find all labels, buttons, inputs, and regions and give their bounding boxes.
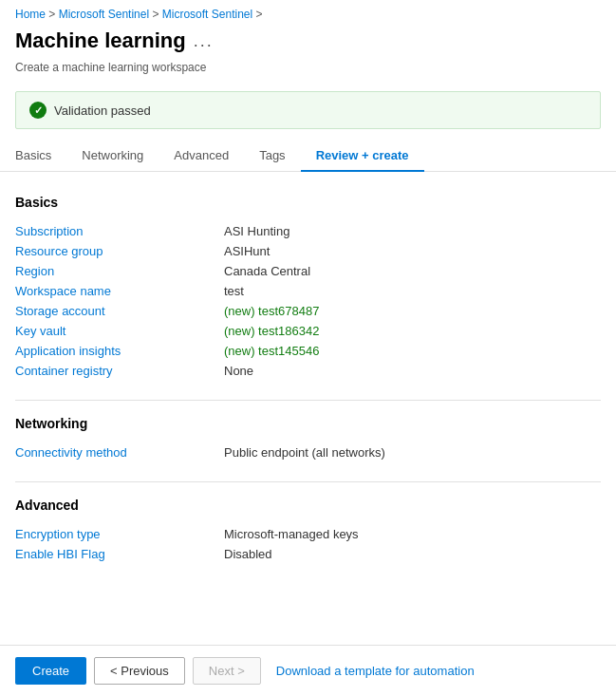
validation-banner: Validation passed <box>15 91 601 129</box>
next-button[interactable]: Next > <box>193 657 261 685</box>
networking-value: Public endpoint (all networks) <box>224 442 601 462</box>
divider-2 <box>15 481 601 482</box>
divider-1 <box>15 400 601 401</box>
basics-label: Resource group <box>15 241 224 261</box>
page-header: Machine learning ... <box>0 25 616 61</box>
table-row: Application insights(new) test145546 <box>15 341 601 361</box>
basics-label: Region <box>15 261 224 281</box>
breadcrumb-home[interactable]: Home <box>15 8 46 21</box>
advanced-section-title: Advanced <box>15 498 601 513</box>
table-row: Resource groupASIHunt <box>15 241 601 261</box>
table-row: Encryption typeMicrosoft-managed keys <box>15 524 601 544</box>
more-options-icon[interactable]: ... <box>194 31 214 51</box>
advanced-label: Encryption type <box>15 524 224 544</box>
tab-review-create[interactable]: Review + create <box>301 141 424 172</box>
table-row: Workspace nametest <box>15 281 601 301</box>
tab-advanced[interactable]: Advanced <box>159 141 244 172</box>
previous-button[interactable]: < Previous <box>94 657 185 685</box>
table-row: RegionCanada Central <box>15 261 601 281</box>
breadcrumb-sentinel-1[interactable]: Microsoft Sentinel <box>59 8 149 21</box>
basics-label: Subscription <box>15 221 224 241</box>
advanced-table: Encryption typeMicrosoft-managed keysEna… <box>15 524 601 564</box>
breadcrumb: Home > Microsoft Sentinel > Microsoft Se… <box>0 0 616 25</box>
networking-section-title: Networking <box>15 416 601 431</box>
main-content: Basics SubscriptionASI HuntingResource g… <box>0 172 616 659</box>
table-row: Key vault(new) test186342 <box>15 321 601 341</box>
advanced-label: Enable HBI Flag <box>15 544 224 564</box>
basics-label: Workspace name <box>15 281 224 301</box>
basics-value: (new) test186342 <box>224 321 601 341</box>
tab-basics[interactable]: Basics <box>15 141 66 172</box>
networking-table: Connectivity methodPublic endpoint (all … <box>15 442 601 462</box>
advanced-value: Disabled <box>224 544 601 564</box>
table-row: SubscriptionASI Hunting <box>15 221 601 241</box>
tab-tags[interactable]: Tags <box>244 141 300 172</box>
basics-value: (new) test145546 <box>224 341 601 361</box>
table-row: Enable HBI FlagDisabled <box>15 544 601 564</box>
basics-label: Container registry <box>15 361 224 381</box>
networking-label: Connectivity method <box>15 442 224 462</box>
automation-link[interactable]: Download a template for automation <box>276 664 475 678</box>
basics-table: SubscriptionASI HuntingResource groupASI… <box>15 221 601 381</box>
footer: Create < Previous Next > Download a temp… <box>0 645 616 696</box>
tab-bar: Basics Networking Advanced Tags Review +… <box>0 141 616 172</box>
basics-value: ASI Hunting <box>224 221 601 241</box>
basics-label: Application insights <box>15 341 224 361</box>
advanced-value: Microsoft-managed keys <box>224 524 601 544</box>
table-row: Storage account(new) test678487 <box>15 301 601 321</box>
table-row: Connectivity methodPublic endpoint (all … <box>15 442 601 462</box>
basics-label: Key vault <box>15 321 224 341</box>
breadcrumb-sentinel-2[interactable]: Microsoft Sentinel <box>162 8 252 21</box>
basics-value: Canada Central <box>224 261 601 281</box>
check-icon <box>29 102 47 119</box>
basics-value: None <box>224 361 601 381</box>
validation-message: Validation passed <box>54 103 151 118</box>
create-button[interactable]: Create <box>15 657 86 685</box>
page-subtitle: Create a machine learning workspace <box>0 61 616 84</box>
basics-label: Storage account <box>15 301 224 321</box>
basics-value: test <box>224 281 601 301</box>
basics-section-title: Basics <box>15 195 601 210</box>
table-row: Container registryNone <box>15 361 601 381</box>
basics-value: (new) test678487 <box>224 301 601 321</box>
tab-networking[interactable]: Networking <box>66 141 159 172</box>
page-title: Machine learning <box>15 28 186 53</box>
basics-value: ASIHunt <box>224 241 601 261</box>
